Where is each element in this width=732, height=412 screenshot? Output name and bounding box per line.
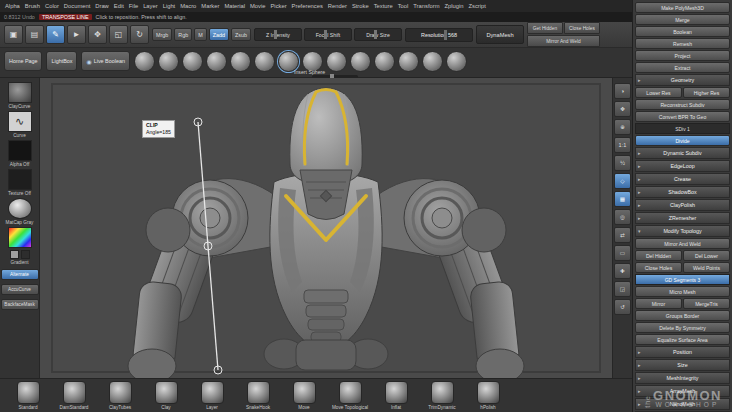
brush-snakehook[interactable]: SnakeHook	[238, 381, 278, 412]
panel-header-crease[interactable]: ▸Crease	[635, 173, 730, 185]
z-intensity-slider[interactable]: Z Intensity	[254, 28, 302, 41]
tool-weld-points-button[interactable]: Weld Points	[683, 262, 730, 273]
tool-project-button[interactable]: Project	[635, 50, 730, 61]
dynamesh-button[interactable]: DynaMesh	[476, 25, 524, 44]
insert-brush-thumb[interactable]	[158, 51, 179, 72]
sculpt-zsub-button[interactable]: Zsub	[231, 28, 251, 41]
insert-brush-thumb[interactable]	[134, 51, 155, 72]
edit-pencil-icon[interactable]: ✎	[46, 25, 65, 44]
scale-view-icon[interactable]: ◲	[614, 281, 631, 297]
brush-standard[interactable]: Standard	[8, 381, 48, 412]
menu-edit[interactable]: Edit	[114, 3, 124, 9]
insert-brush-thumb[interactable]	[326, 51, 347, 72]
insert-brush-thumb[interactable]	[422, 51, 443, 72]
brush-clay[interactable]: Clay	[146, 381, 186, 412]
menu-light[interactable]: Light	[163, 3, 176, 9]
tool-merge-button[interactable]: Merge	[635, 14, 730, 25]
tool-lower-res-button[interactable]: Lower Res	[635, 87, 682, 98]
secondary-color-swatch[interactable]	[21, 250, 30, 259]
lightbox-toggle-icon[interactable]: ▤	[25, 25, 44, 44]
sculpt-zadd-button[interactable]: Zadd	[209, 28, 229, 41]
tool-equalize-surface-area-button[interactable]: Equalize Surface Area	[635, 334, 730, 345]
scale-icon[interactable]: ◱	[109, 25, 128, 44]
brush-claytubes[interactable]: ClayTubes	[100, 381, 140, 412]
persp-icon[interactable]: ◇	[614, 173, 631, 189]
mode-m-button[interactable]: M	[194, 28, 207, 41]
tool-boolean-button[interactable]: Boolean	[635, 26, 730, 37]
insert-brush-thumb[interactable]	[254, 51, 275, 72]
matcap-gray-thumb[interactable]	[8, 198, 32, 219]
scroll-icon[interactable]: ✥	[614, 101, 631, 117]
brush-trimdynamic[interactable]: TrimDynamic	[422, 381, 462, 412]
aa-half-icon[interactable]: ½	[614, 155, 631, 171]
brush-move[interactable]: Move	[284, 381, 324, 412]
panel-header-dynamic-subdiv[interactable]: ▸Dynamic Subdiv	[635, 147, 730, 159]
local-pivot-icon[interactable]: ◎	[614, 209, 631, 225]
menu-stroke[interactable]: Stroke	[352, 3, 369, 9]
tray-backfacemask-button[interactable]: BackfaceMask	[1, 299, 39, 310]
menu-macro[interactable]: Macro	[180, 3, 196, 9]
menu-picker[interactable]: Picker	[270, 3, 286, 9]
tool-close-holes-button[interactable]: Close Holes	[635, 262, 682, 273]
tool-extract-button[interactable]: Extract	[635, 62, 730, 73]
menu-tool[interactable]: Tool	[398, 3, 409, 9]
menu-material[interactable]: Material	[224, 3, 245, 9]
actual-size-icon[interactable]: 1:1	[614, 137, 631, 153]
toolbar-get-hidden-button[interactable]: Get Hidden	[527, 22, 563, 34]
focal-shift-slider[interactable]: Focal Shift	[304, 28, 352, 41]
menu-brush[interactable]: Brush	[25, 3, 40, 9]
tool-make-polymesh3d-button[interactable]: Make PolyMesh3D	[635, 2, 730, 13]
menu-layer[interactable]: Layer	[143, 3, 158, 9]
panel-header-zremesher[interactable]: ▸ZRemesher	[635, 212, 730, 224]
move-view-icon[interactable]: ✚	[614, 263, 631, 279]
menu-marker[interactable]: Marker	[201, 3, 219, 9]
tool-gd-segments-3-slider[interactable]: GD Segments 3	[635, 274, 730, 285]
curve-thumb[interactable]	[8, 111, 32, 132]
tool-divide-button[interactable]: Divide	[635, 135, 730, 146]
draw-size-slider[interactable]: Draw Size	[354, 28, 402, 41]
rotate-icon[interactable]: ↻	[130, 25, 149, 44]
panel-header-shadowbox[interactable]: ▸ShadowBox	[635, 186, 730, 198]
tool-remesh-button[interactable]: Remesh	[635, 38, 730, 49]
menu-texture[interactable]: Texture	[374, 3, 393, 9]
mode-mrgb-button[interactable]: Mrgb	[152, 28, 172, 41]
frame-icon[interactable]: ▭	[614, 245, 631, 261]
insert-brush-thumb[interactable]	[398, 51, 419, 72]
tool-mirror-button[interactable]: Mirror	[635, 298, 682, 309]
zoom-icon[interactable]: ⊕	[614, 119, 631, 135]
home-page-button[interactable]: Home Page	[4, 51, 42, 71]
projection-master-icon[interactable]: ▣	[4, 25, 23, 44]
brush-hpolish[interactable]: hPolish	[468, 381, 508, 412]
tray-alternate-button[interactable]: Alternate	[1, 269, 39, 280]
gradient-thumb[interactable]	[8, 227, 32, 248]
menu-transform[interactable]: Transform	[413, 3, 439, 9]
menu-alpha[interactable]: Alpha	[5, 3, 20, 9]
mode-rgb-button[interactable]: Rgb	[174, 28, 192, 41]
panel-header-meshintegrity[interactable]: ▸MeshIntegrity	[635, 372, 730, 384]
alpha-off-thumb[interactable]	[8, 140, 32, 161]
tray-accucurve-button[interactable]: AccuCurve	[1, 284, 39, 295]
brush-inflat[interactable]: Inflat	[376, 381, 416, 412]
tool-higher-res-button[interactable]: Higher Res	[683, 87, 730, 98]
draw-pointer-icon[interactable]: ►	[67, 25, 86, 44]
panel-header-claypolish[interactable]: ▸ClayPolish	[635, 199, 730, 211]
texture-off-thumb[interactable]	[8, 169, 32, 190]
tool-sdiv-1-slider[interactable]: SDiv 1	[635, 123, 730, 134]
primary-color-swatch[interactable]	[10, 250, 19, 259]
menu-file[interactable]: File	[129, 3, 138, 9]
insert-brush-thumb[interactable]	[206, 51, 227, 72]
panel-header-modify-topology[interactable]: ▾Modify Topology	[635, 225, 730, 237]
menu-document[interactable]: Document	[64, 3, 90, 9]
lightbox-button[interactable]: LightBox	[46, 51, 77, 71]
tool-groups-border-button[interactable]: Groups Border	[635, 310, 730, 321]
panel-header-size[interactable]: ▸Size	[635, 359, 730, 371]
floor-grid-icon[interactable]: ▦	[614, 191, 631, 207]
brush-layer[interactable]: Layer	[192, 381, 232, 412]
brush-move-topological[interactable]: Move Topological	[330, 381, 370, 412]
menu-draw[interactable]: Draw	[95, 3, 109, 9]
toolbar-close-holes-button[interactable]: Close Holes	[564, 22, 600, 34]
claycurve-thumb[interactable]	[8, 82, 32, 103]
brush-damstandard[interactable]: DamStandard	[54, 381, 94, 412]
tool-delete-by-symmetry-button[interactable]: Delete By Symmetry	[635, 322, 730, 333]
menu-zplugin[interactable]: Zplugin	[445, 3, 464, 9]
